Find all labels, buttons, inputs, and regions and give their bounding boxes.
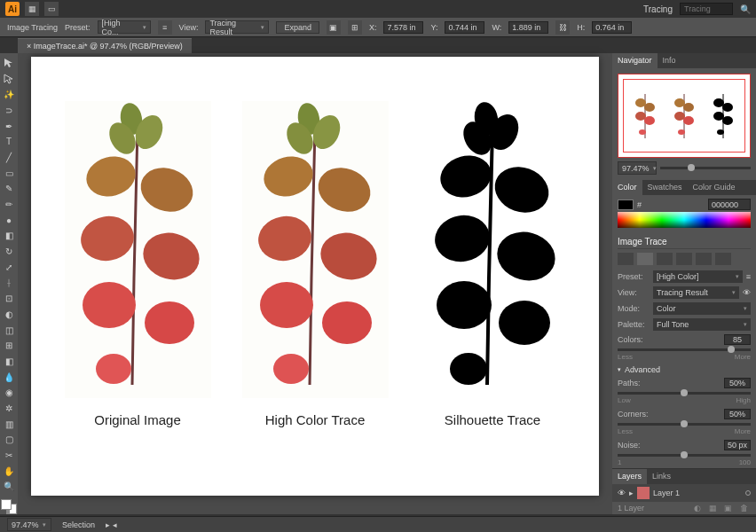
workspace-label[interactable]: Tracing: [643, 4, 673, 14]
eraser-tool[interactable]: ◧: [2, 230, 16, 243]
direct-selection-tool[interactable]: [2, 73, 16, 86]
eye-icon[interactable]: 👁: [618, 489, 626, 497]
advanced-toggle[interactable]: Advanced: [618, 365, 751, 374]
preset-icon-outline[interactable]: [715, 253, 731, 265]
preset-dropdown[interactable]: [High Co...: [98, 20, 151, 34]
preset-icon-low[interactable]: [657, 253, 673, 265]
slice-tool[interactable]: ✂: [2, 449, 16, 462]
view-dropdown[interactable]: Tracing Result: [205, 20, 269, 34]
eye-icon[interactable]: 👁: [743, 288, 751, 297]
zoom-tool[interactable]: 🔍: [2, 481, 16, 494]
scale-tool[interactable]: ⤢: [2, 261, 16, 274]
line-tool[interactable]: ╱: [2, 151, 16, 164]
trace-preset-dropdown[interactable]: [High Color]: [653, 270, 743, 283]
noise-slider[interactable]: [618, 454, 751, 457]
hand-tool[interactable]: ✋: [2, 465, 16, 478]
noise-value[interactable]: [724, 440, 751, 450]
arrange-icon[interactable]: ▭: [44, 2, 59, 16]
colors-value[interactable]: [724, 334, 751, 345]
graph-tool[interactable]: ▥: [2, 418, 16, 431]
tab-info[interactable]: Info: [658, 53, 681, 68]
transform-icon[interactable]: ⊞: [348, 20, 362, 35]
svg-point-43: [722, 116, 733, 125]
color-spectrum[interactable]: [618, 212, 751, 228]
bridge-icon[interactable]: ▦: [25, 2, 39, 16]
svg-point-24: [488, 160, 555, 220]
layer-name[interactable]: Layer 1: [653, 489, 680, 497]
nav-zoom-dropdown[interactable]: 97.47%: [618, 161, 657, 175]
free-transform-tool[interactable]: ⊡: [2, 292, 16, 305]
status-nav-icon[interactable]: ▸ ◂: [106, 520, 117, 529]
search-input[interactable]: [680, 3, 733, 15]
rotate-tool[interactable]: ↻: [2, 245, 16, 258]
paths-value[interactable]: [724, 378, 751, 388]
artboard-tool[interactable]: ▢: [2, 434, 16, 447]
document-tab[interactable]: × ImageTrace.ai* @ 97.47% (RGB/Preview): [18, 38, 192, 53]
preset-icon-photo[interactable]: [637, 253, 653, 265]
y-input[interactable]: [445, 21, 484, 34]
tab-layers[interactable]: Layers: [612, 469, 647, 484]
color-swatch[interactable]: [618, 200, 634, 210]
fill-stroke-swatch[interactable]: [1, 499, 17, 514]
artboard[interactable]: Original Image: [31, 57, 599, 496]
svg-point-38: [683, 116, 694, 125]
tab-color-guide[interactable]: Color Guide: [688, 180, 741, 195]
type-tool[interactable]: T: [2, 135, 16, 148]
svg-point-4: [134, 160, 199, 219]
navigator-thumbnail[interactable]: [618, 74, 751, 158]
tab-links[interactable]: Links: [647, 469, 676, 484]
lasso-tool[interactable]: ⊃: [2, 104, 16, 117]
shape-builder-tool[interactable]: ◐: [2, 308, 16, 321]
gradient-tool[interactable]: ◧: [2, 355, 16, 368]
mask-icon[interactable]: ▣: [327, 20, 341, 35]
hex-input[interactable]: [708, 199, 751, 210]
svg-point-41: [722, 103, 733, 112]
trace-palette-dropdown[interactable]: Full Tone: [653, 318, 751, 331]
colors-slider[interactable]: [618, 348, 751, 351]
perspective-tool[interactable]: ◫: [2, 324, 16, 337]
preset-icon-auto[interactable]: [618, 253, 634, 265]
magic-wand-tool[interactable]: ✨: [2, 88, 16, 101]
tab-navigator[interactable]: Navigator: [612, 53, 658, 68]
svg-point-5: [77, 212, 138, 265]
pencil-tool[interactable]: ✏: [2, 198, 16, 211]
chevron-right-icon[interactable]: ▸: [629, 489, 634, 497]
x-input[interactable]: [383, 21, 423, 34]
pen-tool[interactable]: ✒: [2, 120, 16, 133]
status-zoom[interactable]: 97.47%: [7, 518, 51, 531]
search-icon[interactable]: 🔍: [740, 4, 751, 14]
preset-menu-icon[interactable]: ≡: [746, 272, 751, 281]
symbol-sprayer-tool[interactable]: ✲: [2, 402, 16, 415]
svg-point-30: [635, 98, 646, 107]
paths-slider[interactable]: [618, 392, 751, 395]
h-input[interactable]: [592, 21, 632, 34]
selection-tool[interactable]: [2, 57, 16, 70]
width-tool[interactable]: ⟊: [2, 277, 16, 290]
link-wh-icon[interactable]: ⛓: [555, 20, 570, 35]
high-color-trace: [242, 101, 389, 398]
preset-icon-bw[interactable]: [696, 253, 712, 265]
blob-brush-tool[interactable]: ●: [2, 214, 16, 227]
corners-slider[interactable]: [618, 423, 751, 426]
layer-row[interactable]: 👁 ▸ Layer 1: [612, 484, 756, 502]
tab-color[interactable]: Color: [612, 180, 642, 195]
original-image: [65, 101, 211, 398]
blend-tool[interactable]: ◉: [2, 386, 16, 399]
trace-view-dropdown[interactable]: Tracing Result: [653, 286, 739, 299]
expand-button[interactable]: Expand: [276, 21, 319, 34]
layer-panel-buttons[interactable]: ◐ ▦ ▣ 🗑: [694, 504, 751, 512]
preset-menu-icon[interactable]: ≡: [158, 20, 172, 35]
tab-swatches[interactable]: Swatches: [642, 180, 688, 195]
trace-mode-label: Mode:: [618, 304, 650, 313]
eyedropper-tool[interactable]: 💧: [2, 371, 16, 384]
trace-mode-dropdown[interactable]: Color: [653, 302, 751, 315]
corners-value[interactable]: [724, 409, 751, 419]
layer-count: 1 Layer: [618, 504, 644, 512]
w-input[interactable]: [508, 21, 548, 34]
brush-tool[interactable]: ✎: [2, 183, 16, 196]
rectangle-tool[interactable]: ▭: [2, 167, 16, 180]
layer-target-icon[interactable]: [745, 490, 751, 496]
mesh-tool[interactable]: ⊞: [2, 339, 16, 352]
preset-icon-gray[interactable]: [676, 253, 692, 265]
nav-zoom-slider[interactable]: [660, 167, 751, 169]
